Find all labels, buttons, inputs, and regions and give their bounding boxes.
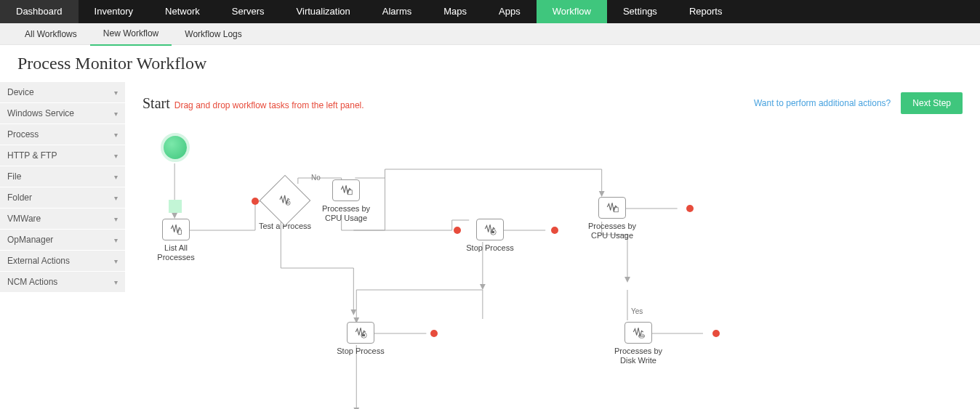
workflow-canvas-area: Start Drag and drop workflow tasks from … [125,82,980,409]
nav-workflow[interactable]: Workflow [537,0,607,23]
subnav-all-workflows[interactable]: All Workflows [12,23,90,45]
svg-rect-12 [492,231,494,233]
sidebar-item-ncm-actions[interactable]: NCM Actions▾ [0,272,125,293]
nav-servers[interactable]: Servers [216,0,281,23]
chevron-down-icon: ▾ [114,131,118,139]
svg-marker-2 [350,309,356,315]
nav-maps[interactable]: Maps [427,0,483,23]
node-processes-by-cpu-usage-2[interactable]: Processes by CPU Usage [585,197,640,240]
svg-marker-4 [480,284,486,290]
svg-marker-1 [172,213,177,219]
sidebar-item-label: Process [7,129,39,139]
chevron-down-icon: ▾ [114,194,118,202]
process-icon [630,325,646,341]
workflow-canvas[interactable]: List All Processes Test a Process No Pro… [142,118,963,409]
node-test-a-process[interactable]: Test a Process [257,182,313,231]
node-label: Stop Process [333,347,388,356]
sidebar-item-folder[interactable]: Folder▾ [0,187,125,208]
start-label: Start [142,95,170,112]
node-label: Processes by Disk Write [611,347,666,365]
nav-alarms[interactable]: Alarms [366,0,427,23]
sidebar-item-label: Windows Service [7,108,74,118]
sidebar-item-label: File [7,171,21,182]
chevron-down-icon: ▾ [114,215,118,223]
sidebar: Device▾ Windows Service▾ Process▾ HTTP &… [0,82,125,409]
nav-reports[interactable]: Reports [673,0,739,23]
chevron-down-icon: ▾ [114,257,118,265]
node-label: Processes by CPU Usage [318,204,374,223]
sidebar-item-vmware[interactable]: VMWare▾ [0,208,125,230]
sidebar-item-label: Folder [7,193,32,203]
additional-actions-link[interactable]: Want to perform additional actions? [754,98,891,108]
edge-label-yes: Yes [631,307,643,315]
sidebar-item-process[interactable]: Process▾ [0,124,125,145]
connector-endpoint[interactable] [454,227,461,234]
sidebar-item-file[interactable]: File▾ [0,166,125,187]
nav-apps[interactable]: Apps [483,0,537,23]
nav-settings[interactable]: Settings [607,0,673,23]
process-icon [353,325,369,341]
start-drop-marker [169,200,182,213]
sidebar-item-device[interactable]: Device▾ [0,82,125,103]
subnav-new-workflow[interactable]: New Workflow [90,23,172,46]
nav-inventory[interactable]: Inventory [79,0,149,23]
next-step-button[interactable]: Next Step [901,92,963,114]
svg-marker-3 [599,191,605,197]
node-processes-by-disk-write[interactable]: Processes by Disk Write [611,322,666,365]
process-icon [604,201,620,216]
sub-navigation: All Workflows New Workflow Workflow Logs [0,23,980,45]
chevron-down-icon: ▾ [114,110,118,118]
chevron-down-icon: ▾ [114,236,118,244]
subnav-workflow-logs[interactable]: Workflow Logs [172,23,254,45]
sidebar-item-label: HTTP & FTP [7,150,57,161]
node-list-all-processes[interactable]: List All Processes [148,219,204,262]
connector-endpoint[interactable] [712,330,720,337]
sidebar-item-label: VMWare [7,214,41,224]
sidebar-item-label: NCM Actions [7,277,57,287]
sidebar-item-external-actions[interactable]: External Actions▾ [0,251,125,272]
process-icon [482,222,498,238]
canvas-hint: Drag and drop workflow tasks from the le… [174,100,364,110]
node-processes-by-cpu-usage-1[interactable]: Processes by CPU Usage [318,179,374,223]
process-icon [168,222,184,238]
nav-network[interactable]: Network [149,0,216,23]
sidebar-item-label: Device [7,87,34,97]
svg-rect-15 [363,334,365,336]
start-node[interactable] [161,133,190,162]
page-title: Process Monitor Workflow [0,45,980,82]
chevron-down-icon: ▾ [114,173,118,181]
nav-dashboard[interactable]: Dashboard [0,0,79,23]
node-label: Processes by CPU Usage [585,222,640,240]
connector-endpoint[interactable] [551,227,558,234]
node-label: List All Processes [148,243,204,262]
chevron-down-icon: ▾ [114,278,118,286]
connector-endpoint[interactable] [430,330,438,337]
sidebar-item-opmanager[interactable]: OpManager▾ [0,230,125,251]
top-navigation: Dashboard Inventory Network Servers Virt… [0,0,980,23]
sidebar-item-label: External Actions [7,256,70,266]
node-label: Stop Process [462,243,518,253]
process-icon [338,183,354,198]
node-stop-process-2[interactable]: Stop Process [333,322,388,356]
nav-virtualization[interactable]: Virtualization [281,0,366,23]
sidebar-item-label: OpManager [7,235,53,245]
connector-endpoint[interactable] [686,205,694,212]
node-stop-process-1[interactable]: Stop Process [462,219,518,253]
chevron-down-icon: ▾ [114,152,118,160]
connector-lines [142,118,963,409]
sidebar-item-http-ftp[interactable]: HTTP & FTP▾ [0,145,125,166]
svg-marker-5 [624,277,630,283]
chevron-down-icon: ▾ [114,89,118,97]
sidebar-item-windows-service[interactable]: Windows Service▾ [0,103,125,124]
